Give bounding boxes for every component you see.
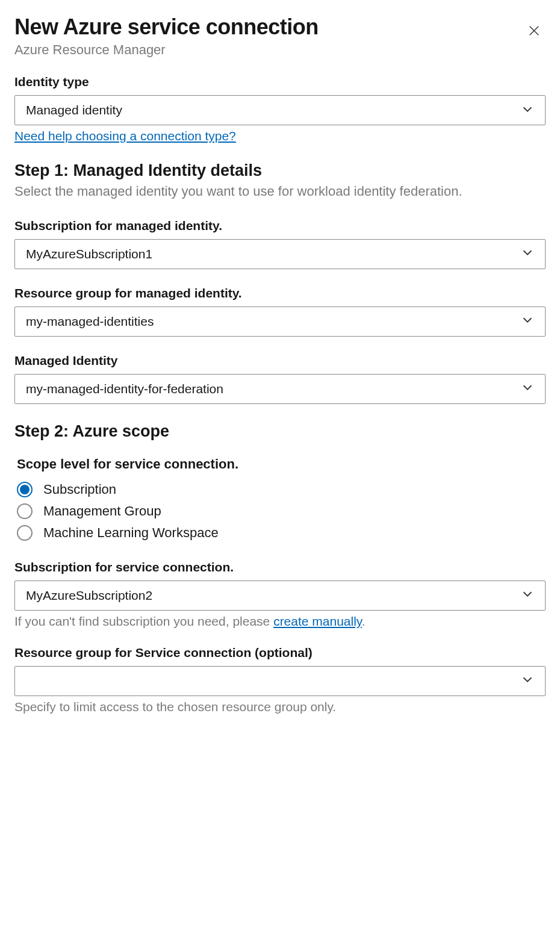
step2-heading: Step 2: Azure scope bbox=[14, 422, 546, 441]
select-value: Managed identity bbox=[26, 103, 122, 117]
select-subscription-sc[interactable]: MyAzureSubscription2 bbox=[14, 580, 546, 611]
field-managed-identity: Managed Identity my-managed-identity-for… bbox=[14, 353, 546, 404]
radio-scope-management-group[interactable]: Management Group bbox=[14, 502, 546, 520]
radio-label: Management Group bbox=[43, 503, 161, 519]
label-managed-identity: Managed Identity bbox=[14, 353, 546, 368]
chevron-down-icon bbox=[521, 246, 534, 262]
close-button[interactable] bbox=[523, 19, 546, 44]
hint-suffix: . bbox=[362, 614, 366, 628]
radio-label: Machine Learning Workspace bbox=[43, 525, 219, 541]
select-resource-group-sc[interactable] bbox=[14, 666, 546, 696]
field-subscription-sc: Subscription for service connection. MyA… bbox=[14, 560, 546, 629]
radio-label: Subscription bbox=[43, 482, 116, 497]
header-text: New Azure service connection Azure Resou… bbox=[14, 14, 319, 58]
field-subscription-mi: Subscription for managed identity. MyAzu… bbox=[14, 219, 546, 269]
select-subscription-mi[interactable]: MyAzureSubscription1 bbox=[14, 239, 546, 269]
select-identity-type[interactable]: Managed identity bbox=[14, 95, 546, 125]
dialog-title: New Azure service connection bbox=[14, 14, 319, 40]
link-create-manually[interactable]: create manually bbox=[273, 614, 362, 628]
label-resource-group-sc: Resource group for Service connection (o… bbox=[14, 646, 546, 660]
select-value: my-managed-identities bbox=[26, 314, 154, 329]
chevron-down-icon bbox=[521, 102, 534, 119]
select-value: MyAzureSubscription1 bbox=[26, 247, 152, 261]
link-help-connection-type[interactable]: Need help choosing a connection type? bbox=[14, 129, 236, 143]
field-identity-type: Identity type Managed identity Need help… bbox=[14, 75, 546, 143]
select-value: my-managed-identity-for-federation bbox=[26, 382, 223, 396]
chevron-down-icon bbox=[521, 673, 534, 689]
label-scope-level: Scope level for service connection. bbox=[17, 456, 546, 472]
field-resource-group-mi: Resource group for managed identity. my-… bbox=[14, 286, 546, 337]
close-icon bbox=[527, 30, 541, 39]
hint-subscription-sc: If you can't find subscription you need,… bbox=[14, 614, 546, 629]
hint-resource-group-sc: Specify to limit access to the chosen re… bbox=[14, 700, 546, 714]
radio-indicator bbox=[17, 503, 33, 519]
radio-scope-subscription[interactable]: Subscription bbox=[14, 481, 546, 499]
field-resource-group-sc: Resource group for Service connection (o… bbox=[14, 646, 546, 714]
radio-group-scope-level: Subscription Management Group Machine Le… bbox=[14, 481, 546, 542]
select-resource-group-mi[interactable]: my-managed-identities bbox=[14, 307, 546, 337]
step1-description: Select the managed identity you want to … bbox=[14, 182, 546, 201]
label-subscription-mi: Subscription for managed identity. bbox=[14, 219, 546, 233]
hint-prefix: If you can't find subscription you need,… bbox=[14, 614, 273, 628]
label-resource-group-mi: Resource group for managed identity. bbox=[14, 286, 546, 300]
radio-scope-ml-workspace[interactable]: Machine Learning Workspace bbox=[14, 524, 546, 542]
dialog-subtitle: Azure Resource Manager bbox=[14, 42, 319, 58]
label-subscription-sc: Subscription for service connection. bbox=[14, 560, 546, 574]
chevron-down-icon bbox=[521, 313, 534, 329]
label-identity-type: Identity type bbox=[14, 75, 546, 89]
radio-indicator bbox=[17, 482, 33, 497]
dialog-header: New Azure service connection Azure Resou… bbox=[14, 14, 546, 58]
radio-indicator bbox=[17, 525, 33, 541]
step1-heading: Step 1: Managed Identity details bbox=[14, 161, 546, 180]
select-managed-identity[interactable]: my-managed-identity-for-federation bbox=[14, 374, 546, 404]
chevron-down-icon bbox=[521, 381, 534, 397]
select-value: MyAzureSubscription2 bbox=[26, 588, 152, 603]
chevron-down-icon bbox=[521, 587, 534, 603]
